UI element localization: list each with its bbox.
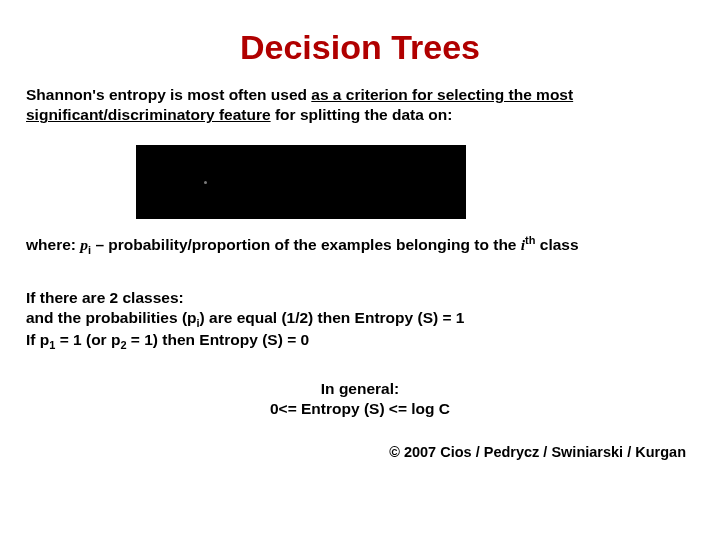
where-line: where: pi – probability/proportion of th…: [26, 233, 694, 258]
intro-underline-1: as a criterion for selecting the most: [311, 86, 573, 103]
formula-dot: [204, 181, 207, 184]
tc-line3b: = 1 (or p: [55, 331, 120, 348]
tc-line2a: and the probabilities (p: [26, 309, 197, 326]
intro-paragraph: Shannon's entropy is most often used as …: [26, 85, 694, 125]
slide-title: Decision Trees: [0, 0, 720, 85]
slide: Decision Trees Shannon's entropy is most…: [0, 0, 720, 540]
tc-line3c: = 1) then Entropy (S) = 0: [127, 331, 310, 348]
slide-body: Shannon's entropy is most often used as …: [0, 85, 720, 462]
where-mid: – probability/proportion of the examples…: [91, 236, 521, 253]
intro-text: Shannon's entropy is most often used: [26, 86, 311, 103]
tc-line2b: ) are equal (1/2) then Entropy (S) = 1: [200, 309, 465, 326]
where-prefix: where:: [26, 236, 80, 253]
general-l2: 0<= Entropy (S) <= log C: [270, 400, 450, 417]
general-l1: In general:: [321, 380, 399, 397]
intro-text-2: for splitting the data on:: [271, 106, 453, 123]
where-ith-th: th: [525, 234, 535, 246]
tc-line1: If there are 2 classes:: [26, 289, 184, 306]
general-block: In general: 0<= Entropy (S) <= log C: [26, 379, 694, 419]
copyright: © 2007 Cios / Pedrycz / Swiniarski / Kur…: [26, 443, 694, 462]
intro-underline-2: significant/discriminatory feature: [26, 106, 271, 123]
two-class-block: If there are 2 classes: and the probabil…: [26, 288, 694, 353]
where-suffix: class: [536, 236, 579, 253]
tc-line3a: If p: [26, 331, 49, 348]
where-p: p: [80, 236, 88, 253]
entropy-formula-placeholder: [136, 145, 466, 219]
